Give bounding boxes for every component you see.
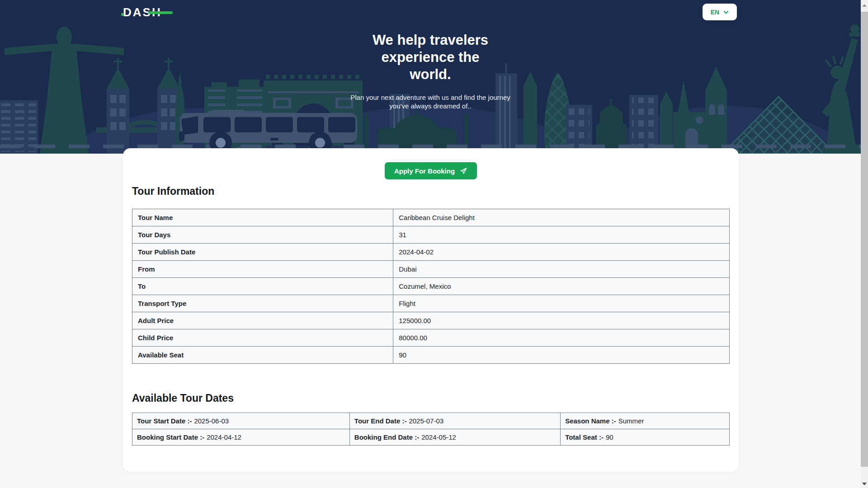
row-value: 90 [393,347,730,364]
date-cell: Booking Start Date :-2024-04-12 [132,429,350,446]
language-selected-label: EN [711,9,719,16]
date-label: Tour Start Date :- [137,417,192,425]
table-row: To Cozumel, Mexico [132,278,730,295]
row-value: 2024-04-02 [393,244,730,261]
tour-information-table: Tour Name Caribbean Cruise Delight Tour … [132,209,730,364]
date-cell: Tour End Date :-2025-07-03 [349,413,560,429]
hero-title-line: We help travelers [286,32,575,49]
page: DASH EN We help travelers experience the… [0,0,868,488]
date-cell: Booking End Date :-2024-05-12 [349,429,560,446]
apply-button-label: Apply For Booking [394,167,455,175]
row-value: Flight [393,295,730,312]
date-value: 90 [606,433,613,441]
row-value: Cozumel, Mexico [393,278,730,295]
scrollbar-up-arrow-icon[interactable] [862,4,867,7]
table-row: Booking Start Date :-2024-04-12 Booking … [132,429,730,446]
date-label: Total Seat :- [565,433,604,441]
date-label: Season Name :- [565,417,616,425]
date-value: 2024-04-12 [207,433,241,441]
table-row: From Dubai [132,261,730,278]
chevron-down-icon [723,9,729,15]
date-value: 2025-07-03 [409,417,443,425]
row-label: Tour Name [132,209,393,226]
table-row: Available Seat 90 [132,347,730,364]
row-label: From [132,261,393,278]
brand-logo[interactable]: DASH [123,5,162,19]
apply-button-row: Apply For Booking [123,148,739,179]
row-value: Dubai [393,261,730,278]
hero-title-line: experience the [286,49,575,66]
apply-for-booking-button[interactable]: Apply For Booking [385,162,477,179]
available-tour-dates-heading: Available Tour Dates [132,392,739,404]
hero-subtitle: Plan your next adventure with us and fin… [286,93,575,110]
table-row: Tour Start Date :-2025-06-03 Tour End Da… [132,413,730,429]
available-tour-dates-table: Tour Start Date :-2025-06-03 Tour End Da… [132,413,730,446]
vertical-scrollbar[interactable] [861,0,868,488]
hero-subtitle-line: Plan your next adventure with us and fin… [286,93,575,102]
row-label: Tour Days [132,226,393,244]
hero-banner: DASH EN We help travelers experience the… [0,0,861,154]
row-label: Transport Type [132,295,393,312]
date-cell: Tour Start Date :-2025-06-03 [132,413,350,429]
table-row: Tour Name Caribbean Cruise Delight [132,209,730,226]
language-selector[interactable]: EN [703,4,737,20]
table-row: Tour Days 31 [132,226,730,244]
date-cell: Season Name :-Summer [561,413,730,429]
row-value: Caribbean Cruise Delight [393,209,730,226]
row-label: To [132,278,393,295]
table-row: Tour Publish Date 2024-04-02 [132,244,730,261]
table-row: Child Price 80000.00 [132,329,730,347]
date-label: Tour End Date :- [354,417,407,425]
date-label: Booking End Date :- [354,433,419,441]
row-value: 80000.00 [393,329,730,347]
row-value: 31 [393,226,730,244]
row-label: Child Price [132,329,393,347]
hero-text-block: We help travelers experience the world. … [286,32,575,110]
row-value: 125000.00 [393,312,730,329]
row-label: Adult Price [132,312,393,329]
table-row: Transport Type Flight [132,295,730,312]
date-label: Booking Start Date :- [137,433,204,441]
logo-dot-accent [121,13,124,16]
hero-title-line: world. [286,66,575,83]
hero-subtitle-line: you've always dreamed of.. [286,102,575,110]
tour-information-heading: Tour Information [132,185,739,197]
scrollbar-thumb[interactable] [861,12,868,467]
row-label: Tour Publish Date [132,244,393,261]
table-row: Adult Price 125000.00 [132,312,730,329]
date-value: 2024-05-12 [421,433,456,441]
hero-title: We help travelers experience the world. [286,32,575,83]
date-value: 2025-06-03 [194,417,229,425]
send-icon [460,167,467,175]
date-cell: Total Seat :-90 [561,429,730,446]
date-value: Summer [618,417,644,425]
tour-details-card: Apply For Booking Tour Information Tour … [123,148,739,472]
row-label: Available Seat [132,347,393,364]
logo-dash-accent [148,11,173,14]
scrollbar-down-arrow-icon[interactable] [862,483,867,485]
